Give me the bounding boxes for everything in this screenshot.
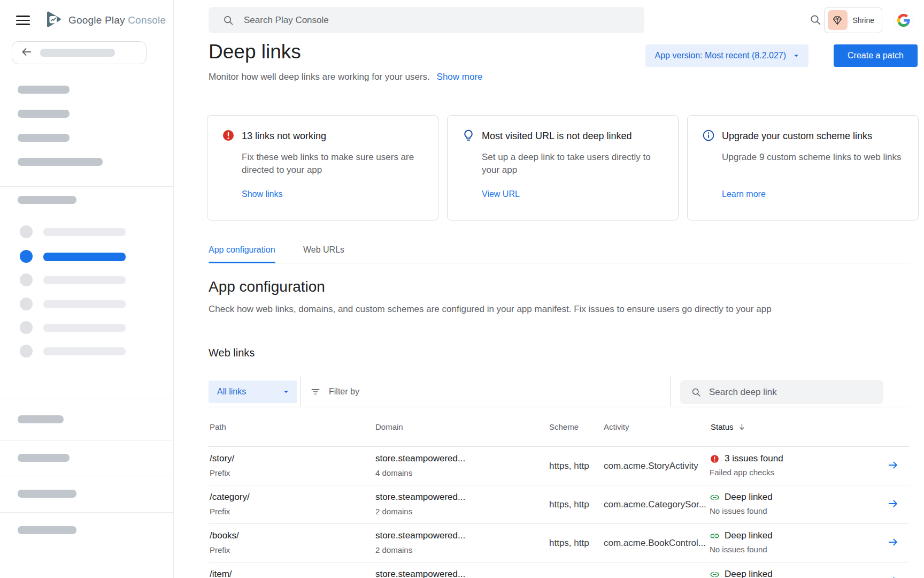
skeleton-bar: [18, 158, 103, 166]
path-cell: /item/: [209, 562, 374, 578]
table-row[interactable]: /books/ Prefix store.steampowered... 2 d…: [209, 524, 909, 562]
skeleton-bar: [18, 110, 70, 118]
sidebar-nav-item[interactable]: [0, 318, 174, 337]
diamond-icon: [831, 14, 843, 26]
app-name-label: Shrine: [853, 16, 874, 25]
back-button[interactable]: [12, 41, 147, 64]
scheme-cell: https, http: [548, 538, 603, 549]
arrow-right-icon: [887, 575, 899, 578]
status-badge: Deep linked: [725, 530, 773, 541]
play-console-logo-icon: [44, 10, 63, 31]
card-title: Upgrade your custom scheme links: [722, 131, 872, 142]
status-badge: Deep linked: [725, 492, 773, 503]
chevron-down-icon: [281, 387, 291, 397]
links-filter-dropdown[interactable]: All links: [209, 381, 297, 403]
insight-cards: 13 links not working Fix these web links…: [207, 115, 919, 220]
learn-more-link[interactable]: Learn more: [722, 189, 766, 199]
menu-button[interactable]: [16, 13, 34, 28]
app-switcher[interactable]: Shrine: [824, 7, 882, 33]
search-input[interactable]: [244, 15, 565, 26]
column-header-status[interactable]: Status: [710, 422, 877, 431]
sidebar-nav-item[interactable]: [0, 271, 174, 289]
activity-cell: com.acme.BookControl...: [603, 538, 710, 549]
card-body: Fix these web links to make sure users a…: [242, 151, 424, 177]
app-version-dropdown[interactable]: App version: Most recent (8.2.027): [645, 44, 808, 67]
info-icon: [702, 128, 715, 144]
card-upgrade-scheme-links: Upgrade your custom scheme links Upgrade…: [687, 115, 919, 220]
play-console-logo-text: Google Play Console: [68, 14, 166, 26]
open-row-button[interactable]: [885, 534, 901, 552]
open-row-button[interactable]: [885, 573, 901, 578]
card-body: Upgrade 9 custom scheme links to web lin…: [722, 151, 904, 164]
status-detail: No issues found: [710, 506, 877, 515]
card-most-visited-url: Most visited URL is not deep linked Set …: [447, 115, 679, 220]
page-title: Deep links: [209, 41, 301, 63]
table-row[interactable]: /story/ Prefix store.steampowered... 4 d…: [209, 447, 909, 485]
filter-divider: [301, 376, 301, 407]
skeleton-bar: [18, 86, 70, 94]
card-links-not-working: 13 links not working Fix these web links…: [207, 115, 438, 220]
show-more-link[interactable]: Show more: [437, 72, 483, 82]
status-detail: Failed app checks: [710, 468, 877, 477]
column-header-path: Path: [209, 422, 374, 431]
filter-divider: [670, 376, 671, 407]
sidebar-divider: [0, 476, 174, 476]
open-row-button[interactable]: [885, 457, 901, 475]
sidebar-divider: [0, 399, 174, 399]
web-links-table: Path Domain Scheme Activity Status /stor…: [209, 407, 909, 578]
topbar-search-button[interactable]: [809, 13, 822, 28]
show-links-link[interactable]: Show links: [242, 189, 282, 199]
column-header-domain: Domain: [374, 422, 548, 431]
link-icon: [710, 569, 720, 578]
tab-bar: App configuration Web URLs: [209, 245, 909, 263]
skeleton-bar: [18, 454, 70, 462]
link-icon: [710, 531, 720, 541]
section-description: Check how web links, domains, and custom…: [209, 304, 772, 315]
skeleton-bar: [18, 526, 76, 534]
card-title: 13 links not working: [242, 131, 326, 142]
tab-app-configuration[interactable]: App configuration: [209, 245, 275, 263]
status-cell: 3 issues found Failed app checks: [710, 447, 877, 485]
search-icon: [809, 13, 822, 26]
filter-by-button[interactable]: Filter by: [310, 376, 359, 407]
google-logo-icon: [897, 14, 910, 27]
view-url-link[interactable]: View URL: [482, 189, 520, 199]
status-cell: Deep linked: [710, 562, 877, 578]
back-arrow-icon: [20, 45, 33, 60]
play-console-logo: Google Play Console: [44, 10, 166, 31]
sidebar-nav-item[interactable]: [0, 295, 174, 313]
skeleton-bar: [18, 415, 64, 423]
sidebar-nav-item-active[interactable]: [0, 247, 174, 265]
path-cell: /story/ Prefix: [209, 447, 374, 485]
create-patch-button[interactable]: Create a patch: [834, 44, 918, 67]
sidebar-divider: [0, 512, 174, 513]
activity-cell: com.acme.StoryActivity: [603, 461, 710, 471]
scheme-cell: https, http: [548, 461, 603, 471]
web-links-heading: Web links: [209, 347, 255, 359]
skeleton-bar: [18, 490, 76, 498]
search-icon: [691, 387, 702, 398]
table-row[interactable]: /category/ Prefix store.steampowered... …: [209, 485, 909, 524]
status-detail: No issues found: [710, 545, 877, 554]
status-cell: Deep linked No issues found: [710, 524, 877, 562]
status-cell: Deep linked No issues found: [710, 485, 877, 523]
sidebar-divider: [0, 186, 174, 187]
card-body: Set up a deep link to take users directl…: [482, 151, 664, 177]
arrow-right-icon: [887, 459, 899, 471]
deep-link-search-input[interactable]: [709, 387, 869, 398]
table-header-row: Path Domain Scheme Activity Status: [209, 407, 909, 447]
path-cell: /books/ Prefix: [209, 524, 374, 562]
deep-link-search[interactable]: [680, 380, 883, 404]
sidebar-nav-item[interactable]: [0, 223, 174, 241]
tab-web-urls[interactable]: Web URLs: [303, 245, 344, 263]
lightbulb-icon: [461, 128, 475, 144]
status-badge: 3 issues found: [725, 453, 783, 464]
activity-cell: com.acme.CategorySor...: [603, 499, 710, 510]
google-account-button[interactable]: [894, 11, 913, 30]
table-row[interactable]: /item/ store.steampowered... Deep linked: [209, 562, 909, 578]
play-console-search[interactable]: [209, 7, 644, 33]
sidebar-nav-item[interactable]: [0, 342, 174, 360]
skeleton-bar: [40, 49, 115, 57]
path-cell: /category/ Prefix: [209, 485, 374, 523]
open-row-button[interactable]: [885, 496, 901, 513]
